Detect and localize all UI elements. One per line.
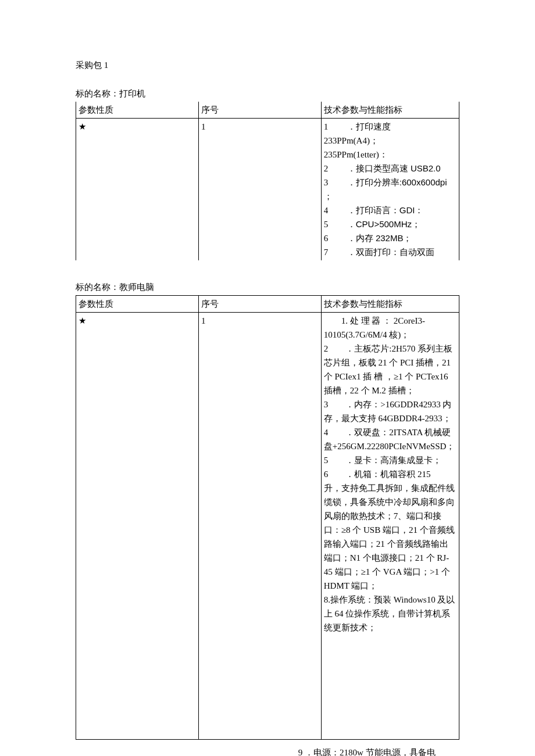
table-header-row: 参数性质 序号 技术参数与性能指标 xyxy=(76,102,459,119)
subject-1-name: 打印机 xyxy=(119,89,145,98)
spec-line: 3．打印分辨率:600x600dpi xyxy=(324,175,456,189)
spec-line: 7．双面打印：自动双面 xyxy=(324,245,456,259)
continuation-note: 9 ．电源：2180w 节能电源，具备电 xyxy=(76,746,459,756)
header-param-nature: 参数性质 xyxy=(76,102,199,119)
table-row: ★ 1 1．打印速度233PPm(A4)；235PPm(1etter)：2．接口… xyxy=(76,119,459,261)
cell-nature-2: ★ xyxy=(76,313,199,740)
cell-spec-2: 1. 处 理 器 ： 2CoreI3-10105(3.7G/6M/4 核)； 2… xyxy=(321,313,459,740)
header-param-nature-2: 参数性质 xyxy=(76,296,199,313)
spec-line: 5．CPU>500MHz； xyxy=(324,217,456,231)
spec-line: ； xyxy=(324,189,456,203)
spec-line: 6．内存 232MB； xyxy=(324,231,456,245)
header-seq-no: 序号 xyxy=(198,102,321,119)
page-label: 采购包 1 xyxy=(76,58,459,72)
spec-line: 1．打印速度 xyxy=(324,120,456,134)
subject-2-name: 教师电脑 xyxy=(119,282,154,292)
spec-line: 4．打印语言：GDI： xyxy=(324,203,456,217)
cell-nature-1: ★ xyxy=(76,119,199,261)
subject-2-label: 标的名称：教师电脑 xyxy=(76,280,459,294)
subject-1-prefix: 标的名称： xyxy=(76,89,119,98)
subject-1-label: 标的名称：打印机 xyxy=(76,87,459,101)
spec-table-1: 参数性质 序号 技术参数与性能指标 ★ 1 1．打印速度233PPm(A4)；2… xyxy=(76,102,459,260)
subject-2-prefix: 标的名称： xyxy=(76,282,119,292)
spec-line: 2．接口类型高速 USB2.0 xyxy=(324,162,456,175)
table-row: ★ 1 1. 处 理 器 ： 2CoreI3-10105(3.7G/6M/4 核… xyxy=(76,313,459,740)
table-header-row: 参数性质 序号 技术参数与性能指标 xyxy=(76,296,459,313)
cell-seq-1: 1 xyxy=(198,119,321,261)
spec-line: 235PPm(1etter)： xyxy=(324,148,456,162)
header-tech-spec-2: 技术参数与性能指标 xyxy=(321,296,459,313)
spec-line: 233PPm(A4)； xyxy=(324,134,456,148)
header-tech-spec: 技术参数与性能指标 xyxy=(321,102,459,119)
spec-table-2: 参数性质 序号 技术参数与性能指标 ★ 1 1. 处 理 器 ： 2CoreI3… xyxy=(76,295,459,740)
cell-spec-1: 1．打印速度233PPm(A4)；235PPm(1etter)：2．接口类型高速… xyxy=(321,119,459,261)
cell-seq-2: 1 xyxy=(198,313,321,740)
header-seq-no-2: 序号 xyxy=(198,296,321,313)
